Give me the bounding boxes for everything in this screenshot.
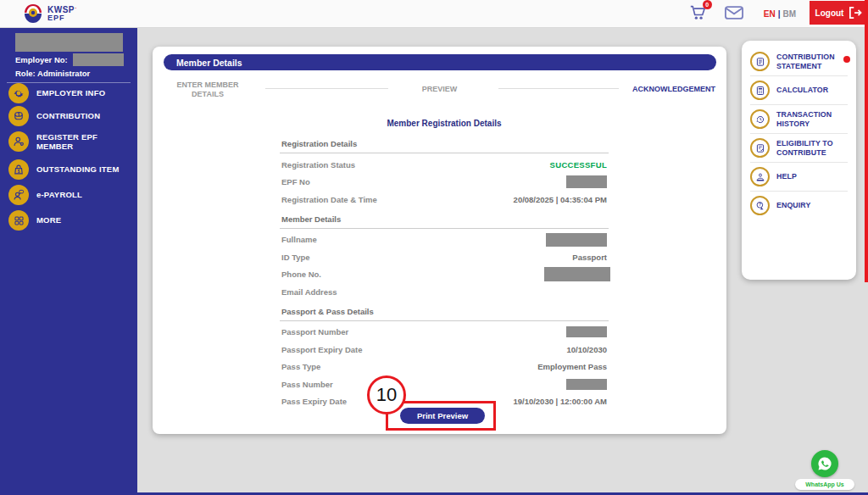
history-icon (750, 109, 770, 129)
lang-bm-link[interactable]: BM (782, 9, 796, 19)
grid-icon (8, 210, 29, 231)
phone-no-redacted (544, 267, 610, 281)
svg-text:?: ? (758, 203, 760, 207)
step-enter-member-details: ENTER MEMBER DETAILS (169, 81, 247, 100)
detail-row-registration-date: Registration Date & Time 20/08/2025 | 04… (280, 191, 609, 209)
quicklink-help[interactable]: HELP (750, 163, 848, 192)
sidebar-item-e-payroll[interactable]: e-PAYROLL (8, 185, 131, 205)
sidebar-item-label: EMPLOYER INFO (36, 88, 105, 97)
kwsp-epf-logo: KWSP˙ EPF (22, 3, 77, 25)
payroll-person-icon (8, 185, 29, 205)
kwsp-emblem-icon (22, 3, 44, 25)
employer-no-label: Employer No: (15, 55, 68, 64)
cart-badge: 0 (703, 0, 712, 9)
section-heading-registration-details: Registration Details (280, 135, 609, 153)
logout-label: Logout (815, 8, 844, 18)
lang-en-link[interactable]: EN (764, 9, 776, 19)
whatsapp-button[interactable]: WhatsApp Us (795, 450, 854, 490)
logo-text-kwsp: KWSP (47, 5, 75, 14)
detail-row-passport-expiry: Passport Expiry Date 10/10/2030 (280, 341, 609, 359)
quicklink-transaction-history[interactable]: TRANSACTION HISTORY (750, 105, 848, 134)
mail-icon (725, 6, 743, 19)
registration-details-form: Registration Details Registration Status… (280, 135, 609, 410)
detail-row-pass-number: Pass Number (280, 375, 609, 393)
quicklink-label: ELIGIBILITY TO CONTRIBUTE (776, 139, 848, 157)
document-icon (750, 52, 770, 71)
page: KWSP˙ EPF 0 EN|BM (0, 0, 868, 495)
section-heading-member-details: Member Details (280, 210, 609, 229)
sidebar-item-more[interactable]: MORE (8, 210, 131, 231)
detail-row-registration-status: Registration Status SUCCESSFUL (280, 156, 609, 174)
sidebar-item-register-epf-member[interactable]: REGISTER EPF MEMBER (8, 131, 131, 152)
detail-row-id-type: ID Type Passport (280, 248, 609, 266)
step-connector (265, 88, 388, 89)
detail-row-passport-number: Passport Number (280, 324, 609, 342)
calculator-icon (750, 81, 770, 100)
right-edge-red-indicator (865, 0, 868, 282)
lang-separator: | (778, 9, 781, 19)
panel-title: Member Details (176, 58, 242, 68)
sidebar-item-contribution[interactable]: $ CONTRIBUTION (8, 106, 131, 126)
passport-number-redacted (566, 326, 607, 337)
fullname-redacted (546, 233, 607, 247)
quick-links-card: CONTRIBUTION STATEMENT CALCULATOR TRANSA… (742, 41, 856, 280)
logout-button[interactable]: Logout (810, 1, 868, 25)
eligibility-icon (750, 138, 770, 158)
whatsapp-icon (811, 450, 838, 477)
quicklink-label: TRANSACTION HISTORY (776, 110, 848, 128)
svg-text:$: $ (18, 170, 20, 174)
step-acknowledgement: ACKNOWLEDGEMENT (632, 85, 716, 94)
gear-icon (8, 83, 29, 103)
registration-title: Member Registration Details (280, 119, 609, 128)
quicklink-eligibility-to-contribute[interactable]: ELIGIBILITY TO CONTRIBUTE (750, 134, 848, 163)
help-desk-icon (750, 167, 770, 186)
detail-row-fullname: Fullname (280, 231, 609, 249)
left-sidebar: Employer No: Role: Administrator EMPLOYE… (0, 28, 137, 495)
bag-icon: $ (8, 159, 29, 180)
person-add-icon (8, 131, 29, 152)
member-details-card: Member Details ENTER MEMBER DETAILS PREV… (153, 47, 726, 434)
pass-number-redacted (566, 379, 607, 390)
quicklink-label: HELP (776, 172, 797, 181)
detail-row-email-address: Email Address (280, 283, 609, 301)
sidebar-item-label: e-PAYROLL (36, 190, 82, 199)
sidebar-item-label: OUTSTANDING ITEM (36, 164, 120, 174)
top-header-bar: KWSP˙ EPF 0 EN|BM (0, 0, 868, 28)
step-connector (498, 88, 619, 89)
quicklink-label: ENQUIRY (776, 201, 810, 210)
sidebar-item-outstanding-item[interactable]: $ OUTSTANDING ITEM (8, 159, 131, 180)
whatsapp-label: WhatsApp Us (795, 479, 854, 490)
language-switcher: EN|BM (764, 9, 796, 19)
section-heading-passport-pass-details: Passport & Pass Details (280, 303, 609, 321)
print-preview-button[interactable]: Print Preview (400, 408, 485, 424)
annotation-step-number: 10 (367, 375, 406, 414)
quicklink-contribution-statement[interactable]: CONTRIBUTION STATEMENT (750, 47, 848, 76)
detail-row-pass-type: Pass Type Employment Pass (280, 359, 609, 376)
sidebar-item-label: CONTRIBUTION (36, 111, 100, 120)
enquiry-icon: ? (750, 196, 770, 215)
detail-row-epf-no: EPF No (280, 174, 609, 192)
detail-row-phone-no: Phone No. (280, 266, 609, 284)
logo-text-epf: EPF (47, 14, 77, 22)
status-badge: SUCCESSFUL (550, 160, 607, 170)
sidebar-item-employer-info[interactable]: EMPLOYER INFO (8, 83, 131, 103)
role-label: Role: Administrator (15, 69, 90, 78)
quicklink-label: CONTRIBUTION STATEMENT (776, 53, 848, 70)
logout-icon (849, 7, 862, 19)
notification-dot (843, 56, 850, 63)
cart-button[interactable]: 0 (689, 5, 706, 24)
panel-title-bar: Member Details (164, 54, 716, 70)
quicklink-enquiry[interactable]: ? ENQUIRY (750, 192, 848, 220)
sidebar-item-label: MORE (36, 215, 61, 225)
quicklink-calculator[interactable]: CALCULATOR (750, 76, 848, 105)
mail-button[interactable] (725, 6, 743, 23)
employer-no-redacted (73, 53, 124, 66)
coins-icon: $ (8, 106, 29, 126)
employer-name-redacted (15, 33, 123, 52)
epf-no-redacted (566, 175, 607, 188)
quicklink-label: CALCULATOR (776, 86, 828, 95)
step-preview: PREVIEW (403, 85, 476, 94)
sidebar-item-label: REGISTER EPF MEMBER (36, 132, 131, 152)
